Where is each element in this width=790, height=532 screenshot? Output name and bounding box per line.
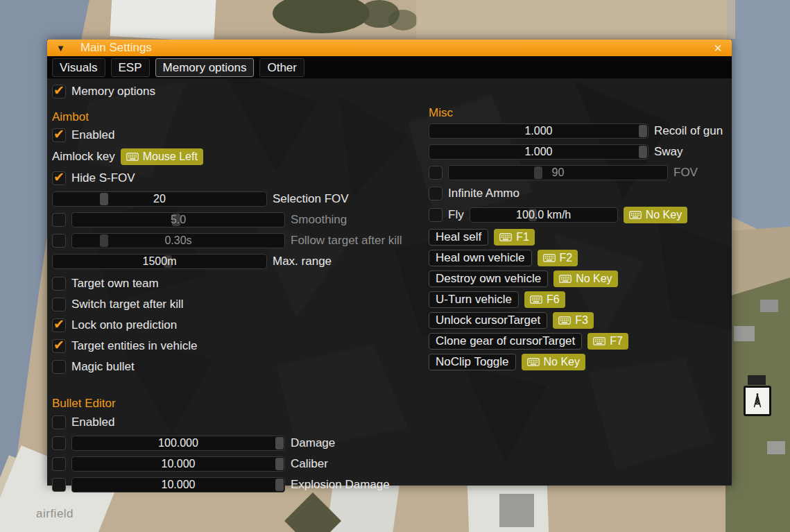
- slider-handle[interactable]: [275, 458, 284, 470]
- target-entities-checkbox[interactable]: [52, 339, 66, 353]
- keyboard-icon: [543, 254, 556, 262]
- bullet-enabled-checkbox[interactable]: [52, 415, 66, 429]
- memory-options-row: Memory options: [52, 84, 155, 99]
- target-own-team-row: Target own team: [52, 276, 159, 291]
- recoil-value: 1.000: [524, 125, 552, 137]
- clone-gear-keybind-button[interactable]: F7: [587, 333, 628, 350]
- keyboard-icon: [527, 358, 540, 366]
- keyboard-icon: [126, 153, 139, 161]
- smoothing-checkbox[interactable]: [52, 213, 66, 227]
- aimbot-enabled-label: Enabled: [71, 128, 114, 142]
- uturn-vehicle-button[interactable]: U-Turn vehicle: [429, 291, 519, 308]
- switch-target-checkbox[interactable]: [52, 298, 66, 311]
- fov-value: 90: [552, 166, 565, 179]
- uturn-vehicle-keybind-button[interactable]: F6: [524, 291, 565, 308]
- selection-fov-slider[interactable]: 20: [52, 191, 267, 207]
- fly-speed-slider[interactable]: 100.0 km/h: [470, 207, 618, 223]
- magic-bullet-checkbox[interactable]: [52, 360, 66, 374]
- smoothing-slider[interactable]: 5.0: [71, 212, 285, 228]
- destroy-own-vehicle-keybind-button[interactable]: No Key: [553, 271, 617, 287]
- fov-label: FOV: [673, 166, 698, 180]
- fly-keybind-button[interactable]: No Key: [624, 207, 687, 223]
- fov-checkbox[interactable]: [429, 166, 443, 180]
- destroy-own-vehicle-key-value: No Key: [576, 273, 612, 285]
- noclip-toggle-keybind-button[interactable]: No Key: [522, 354, 585, 370]
- slider-handle[interactable]: [275, 479, 284, 491]
- destroy-own-vehicle-button[interactable]: Destroy own vehicle: [429, 271, 548, 287]
- memory-options-label: Memory options: [71, 85, 155, 98]
- follow-target-slider[interactable]: 0.30s: [71, 233, 285, 248]
- selection-fov-row: 20 Selection FOV: [52, 191, 349, 207]
- heal-own-vehicle-keybind-button[interactable]: F2: [538, 250, 578, 266]
- unlock-cursortarget-row: Unlock cursorTarget F3: [429, 312, 594, 329]
- explosion-damage-value: 10.000: [162, 479, 196, 491]
- memory-options-checkbox[interactable]: [52, 85, 66, 98]
- explosion-damage-checkbox[interactable]: [52, 478, 66, 492]
- slider-handle[interactable]: [639, 146, 647, 158]
- collapse-icon[interactable]: ▼: [56, 44, 65, 53]
- caliber-row: 10.000 Caliber: [52, 456, 328, 472]
- fly-checkbox[interactable]: [429, 208, 443, 222]
- recoil-row: 1.000 Recoil of gun: [429, 123, 723, 139]
- infinite-ammo-checkbox[interactable]: [429, 187, 443, 200]
- fov-slider[interactable]: 90: [448, 165, 668, 180]
- map-building: [499, 494, 534, 527]
- bullet-enabled-row: Enabled: [52, 415, 114, 430]
- unlock-cursortarget-keybind-button[interactable]: F3: [553, 312, 594, 329]
- slider-handle[interactable]: [639, 125, 647, 137]
- damage-row: 100.000 Damage: [52, 436, 335, 451]
- clone-gear-button[interactable]: Clone gear of cursorTarget: [429, 333, 582, 350]
- keyboard-icon: [499, 233, 512, 241]
- map-building: [760, 300, 778, 312]
- aimbot-enabled-checkbox[interactable]: [52, 128, 66, 142]
- max-range-row: 1500m Max. range: [52, 254, 332, 269]
- target-entities-row: Target entities in vehicle: [52, 338, 197, 354]
- damage-checkbox[interactable]: [52, 436, 66, 450]
- caliber-checkbox[interactable]: [52, 457, 66, 471]
- noclip-toggle-key-value: No Key: [544, 356, 580, 368]
- infinite-ammo-row: Infinite Ammo: [429, 186, 519, 201]
- close-icon[interactable]: ×: [714, 41, 722, 55]
- follow-target-checkbox[interactable]: [52, 234, 66, 248]
- caliber-slider[interactable]: 10.000: [71, 456, 285, 472]
- tab-other[interactable]: Other: [259, 58, 304, 77]
- slider-handle[interactable]: [534, 166, 542, 179]
- radio-tower-map-marker[interactable]: [744, 386, 771, 416]
- keyboard-icon: [558, 316, 571, 325]
- aimlock-keybind-button[interactable]: Mouse Left: [121, 148, 203, 165]
- map-water-right: [727, 0, 790, 244]
- unlock-cursortarget-button[interactable]: Unlock cursorTarget: [429, 312, 547, 329]
- max-range-slider[interactable]: 1500m: [52, 254, 267, 269]
- map-vegetation: [273, 0, 370, 33]
- misc-section-header: Misc: [429, 105, 453, 120]
- damage-slider[interactable]: 100.000: [71, 436, 285, 451]
- smoothing-row: 5.0 Smoothing: [52, 212, 347, 228]
- target-own-team-checkbox[interactable]: [52, 277, 66, 291]
- lock-prediction-checkbox[interactable]: [52, 318, 66, 332]
- sway-slider[interactable]: 1.000: [429, 144, 649, 160]
- magic-bullet-label: Magic bullet: [71, 360, 135, 374]
- explosion-damage-slider[interactable]: 10.000: [71, 477, 285, 492]
- slider-handle[interactable]: [100, 234, 108, 247]
- smoothing-label: Smoothing: [291, 213, 347, 227]
- tab-visuals[interactable]: Visuals: [52, 58, 105, 77]
- hide-sfov-checkbox[interactable]: [52, 171, 66, 185]
- heal-self-button[interactable]: Heal self: [429, 229, 488, 246]
- tab-memory-options[interactable]: Memory options: [155, 58, 255, 77]
- recoil-slider[interactable]: 1.000: [429, 123, 649, 139]
- slider-handle[interactable]: [275, 437, 284, 449]
- heal-self-row: Heal self F1: [429, 229, 535, 246]
- keyboard-icon: [559, 275, 572, 283]
- tab-esp[interactable]: ESP: [111, 58, 150, 77]
- lock-prediction-row: Lock onto prediction: [52, 318, 177, 333]
- uturn-vehicle-key-value: F6: [547, 293, 560, 306]
- noclip-toggle-button[interactable]: NoClip Toggle: [429, 354, 516, 370]
- heal-self-keybind-button[interactable]: F1: [494, 229, 535, 246]
- slider-handle[interactable]: [100, 193, 108, 205]
- noclip-toggle-row: NoClip Toggle No Key: [429, 354, 585, 370]
- max-range-value: 1500m: [143, 255, 177, 268]
- explosion-damage-label: Explosion Damage: [291, 478, 390, 492]
- window-titlebar[interactable]: ▼ Main Settings ×: [47, 40, 732, 56]
- heal-own-vehicle-button[interactable]: Heal own vehicle: [429, 250, 532, 266]
- map-sand-patch: [416, 0, 735, 39]
